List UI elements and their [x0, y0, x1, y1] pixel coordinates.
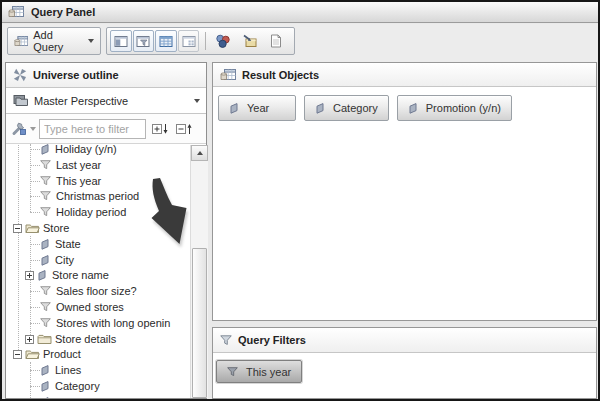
- tree-connector: [30, 291, 40, 292]
- filter-icon: [227, 367, 238, 377]
- window-titlebar: Query Panel: [2, 2, 598, 23]
- dimension-icon: [40, 144, 50, 155]
- expand-expander-icon[interactable]: [25, 335, 34, 344]
- tree-item[interactable]: Holiday (y/n): [30, 144, 117, 157]
- pane-filter-icon: [136, 35, 150, 48]
- window-title: Query Panel: [31, 6, 95, 18]
- tree-item[interactable]: City: [30, 252, 74, 268]
- tree-item[interactable]: Product: [13, 346, 81, 362]
- folder-closed-icon: [37, 333, 52, 345]
- filter-icon: [40, 176, 51, 186]
- preview-pane-toggle-button[interactable]: [178, 30, 200, 52]
- collapse-all-icon[interactable]: [176, 123, 193, 135]
- toolbar-icon-group: [106, 27, 295, 55]
- query-properties-icon: [242, 34, 258, 48]
- tree-item-label: Lines: [55, 364, 81, 376]
- tree-filter-input[interactable]: [39, 119, 146, 139]
- tree-item[interactable]: Owned stores: [30, 299, 124, 315]
- dimension-icon: [40, 239, 50, 250]
- tree-item-label: Product: [43, 348, 81, 360]
- pane-outline-icon: [114, 35, 128, 48]
- tree-connector: [30, 386, 40, 387]
- query-filters-title: Query Filters: [238, 334, 306, 346]
- dimension-icon: [37, 270, 47, 281]
- result-objects-header: Result Objects: [213, 63, 596, 87]
- folder-open-icon: [25, 222, 40, 234]
- tree-trunk-line: [18, 145, 19, 354]
- result-object-chip[interactable]: Promotion (y/n): [397, 95, 512, 121]
- tree-item-label: Store name: [52, 269, 109, 281]
- tree-item-label: Holiday period: [56, 206, 126, 218]
- result-object-label: Promotion (y/n): [426, 102, 501, 114]
- tree-item[interactable]: Store: [13, 220, 69, 236]
- result-objects-icon: [220, 68, 236, 82]
- result-object-label: Category: [333, 102, 378, 114]
- folders-icon: [12, 94, 28, 107]
- tree-item-label: Holiday (y/n): [55, 144, 117, 155]
- filter-pane-toggle-button[interactable]: [133, 30, 155, 52]
- tree-item[interactable]: Store name: [25, 267, 109, 283]
- tree-item[interactable]: Holiday period: [30, 204, 126, 220]
- result-grid-icon: [159, 35, 173, 48]
- collapse-expander-icon[interactable]: [13, 350, 22, 359]
- query-properties-button[interactable]: [238, 30, 262, 52]
- tree-connector: [30, 165, 40, 166]
- tree-connector: [30, 307, 40, 308]
- tree-item[interactable]: Store details: [25, 331, 116, 347]
- tree-item[interactable]: Sales floor size?: [30, 283, 137, 299]
- expand-expander-icon[interactable]: [25, 271, 34, 280]
- tree-item[interactable]: Last year: [30, 157, 101, 173]
- outline-pane-toggle-button[interactable]: [110, 30, 132, 52]
- query-filter-chip[interactable]: This year: [216, 360, 302, 383]
- combined-queries-icon: [215, 34, 231, 49]
- tree-connector: [30, 370, 40, 371]
- dimension-icon: [40, 397, 50, 399]
- tree-scrollbar[interactable]: [190, 145, 208, 398]
- dimension-icon: [315, 103, 325, 114]
- tree-item[interactable]: [30, 394, 55, 398]
- tree-item-label: Store: [43, 222, 69, 234]
- query-filters-panel: Query Filters This year: [212, 327, 597, 399]
- result-object-chip[interactable]: Year: [218, 95, 296, 121]
- result-objects-body: Year Category Promotion (y/n): [213, 87, 596, 121]
- query-filters-body: This year: [213, 353, 596, 383]
- tree-item[interactable]: Stores with long openin: [30, 315, 170, 331]
- add-query-button[interactable]: Add Query: [7, 27, 101, 55]
- filter-icon: [40, 286, 51, 296]
- tree-item-label: Sales floor size?: [56, 285, 137, 297]
- filter-icon: [40, 302, 51, 312]
- filter-icon: [40, 160, 51, 170]
- tree-item[interactable]: State: [30, 236, 81, 252]
- wrench-menu-chevron-icon[interactable]: [30, 127, 36, 131]
- result-grid-toggle-button[interactable]: [155, 30, 177, 52]
- result-object-chip[interactable]: Category: [304, 95, 389, 121]
- filter-icon: [40, 318, 51, 328]
- tree-item-label: Christmas period: [56, 190, 139, 202]
- tree-connector: [30, 212, 40, 213]
- query-panel-window: Query Panel Add Query Universe outline M…: [0, 0, 600, 401]
- collapse-expander-icon[interactable]: [13, 224, 22, 233]
- tree-item[interactable]: This year: [30, 173, 101, 189]
- chevron-down-icon: [88, 39, 94, 43]
- tree-connector: [30, 149, 40, 150]
- combined-queries-button[interactable]: [211, 30, 235, 52]
- add-query-label: Add Query: [33, 29, 83, 53]
- dimension-icon: [229, 103, 239, 114]
- dimension-icon: [40, 365, 50, 376]
- dimension-icon: [40, 381, 50, 392]
- expand-all-icon[interactable]: [152, 123, 169, 135]
- tree-connector: [30, 244, 40, 245]
- tree-connector: [30, 181, 40, 182]
- perspective-selector[interactable]: Master Perspective: [6, 88, 206, 114]
- tree-item[interactable]: Category: [30, 378, 100, 394]
- view-script-button[interactable]: [264, 30, 288, 52]
- wrench-icon[interactable]: [11, 121, 27, 136]
- tree-item[interactable]: Christmas period: [30, 188, 139, 204]
- tree-item-label: State: [55, 238, 81, 250]
- tree-item-label: Stores with long openin: [56, 317, 170, 329]
- result-objects-panel: Result Objects Year Category Promotion (…: [212, 62, 597, 321]
- scrollbar-thumb[interactable]: [192, 248, 207, 398]
- tree-item[interactable]: Lines: [30, 362, 81, 378]
- scroll-up-button[interactable]: [191, 145, 208, 161]
- tree-item-label: This year: [56, 175, 101, 187]
